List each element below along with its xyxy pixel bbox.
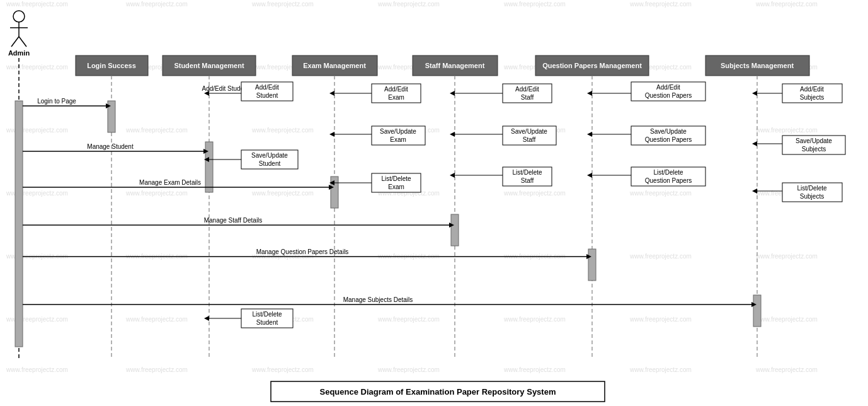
svg-text:www.freeprojectz.com: www.freeprojectz.com [503,316,566,323]
svg-marker-85 [204,91,209,96]
svg-text:www.freeprojectz.com: www.freeprojectz.com [629,316,692,323]
svg-rect-75 [108,101,115,132]
svg-text:Add/Edit: Add/Edit [515,86,539,93]
svg-rect-78 [451,214,459,246]
svg-text:Save/Update: Save/Update [796,137,832,144]
svg-text:Save/Update: Save/Update [650,128,687,135]
svg-marker-82 [106,103,111,108]
svg-text:www.freeprojectz.com: www.freeprojectz.com [125,64,188,71]
svg-text:Manage Student: Manage Student [87,143,134,150]
svg-line-52 [11,37,19,47]
svg-text:www.freeprojectz.com: www.freeprojectz.com [6,190,68,197]
svg-rect-130 [241,82,293,101]
svg-text:Save/Update: Save/Update [380,128,416,135]
svg-text:Staff: Staff [523,136,536,143]
svg-text:Question Papers Management: Question Papers Management [542,62,642,69]
svg-marker-102 [449,223,454,228]
svg-text:www.freeprojectz.com: www.freeprojectz.com [125,190,188,197]
svg-text:Student Management: Student Management [174,62,244,69]
svg-text:www.freeprojectz.com: www.freeprojectz.com [755,366,818,373]
diagram-area: www.freeprojectz.com www.freeprojectz.co… [0,0,868,406]
svg-rect-59 [163,55,256,76]
svg-rect-80 [753,295,761,327]
svg-text:Exam Management: Exam Management [303,62,366,69]
svg-text:www.freeprojectz.com: www.freeprojectz.com [629,253,692,260]
svg-text:www.freeprojectz.com: www.freeprojectz.com [755,253,818,260]
svg-text:www.freeprojectz.com: www.freeprojectz.com [629,64,692,71]
svg-rect-154 [503,167,552,186]
svg-text:www.freeprojectz.com: www.freeprojectz.com [125,1,188,8]
svg-text:Add/Edit: Add/Edit [800,86,824,93]
svg-text:www.freeprojectz.com: www.freeprojectz.com [503,1,566,8]
svg-text:Manage Subjects Details: Manage Subjects Details [343,296,413,303]
svg-text:www.freeprojectz.com: www.freeprojectz.com [629,366,692,373]
svg-rect-166 [782,84,842,103]
svg-text:www.freeprojectz.com: www.freeprojectz.com [377,127,440,134]
svg-text:Subjects Management: Subjects Management [721,62,794,69]
svg-text:List/Delete: List/Delete [252,311,282,318]
svg-text:Student: Student [256,319,278,326]
svg-text:www.freeprojectz.com: www.freeprojectz.com [377,366,440,373]
svg-text:Question Papers: Question Papers [645,92,692,99]
svg-marker-114 [587,91,592,96]
svg-text:www.freeprojectz.com: www.freeprojectz.com [755,316,818,323]
svg-text:www.freeprojectz.com: www.freeprojectz.com [251,366,314,373]
svg-rect-163 [631,167,705,186]
svg-text:www.freeprojectz.com: www.freeprojectz.com [755,127,818,134]
svg-text:Subjects: Subjects [800,94,824,101]
svg-text:www.freeprojectz.com: www.freeprojectz.com [125,316,188,323]
svg-rect-160 [631,126,705,145]
svg-rect-133 [241,150,298,169]
svg-marker-118 [587,173,592,178]
svg-marker-96 [329,91,334,96]
svg-marker-105 [450,91,455,96]
svg-text:Exam: Exam [388,94,404,101]
svg-text:www.freeprojectz.com: www.freeprojectz.com [6,127,68,134]
svg-text:www.freeprojectz.com: www.freeprojectz.com [377,64,440,71]
svg-text:List/Delete: List/Delete [512,169,542,176]
svg-text:www.freeprojectz.com: www.freeprojectz.com [251,190,314,197]
svg-text:List/Delete: List/Delete [653,169,683,176]
svg-text:Manage Exam Details: Manage Exam Details [139,179,201,186]
svg-rect-139 [372,84,421,103]
svg-text:www.freeprojectz.com: www.freeprojectz.com [377,253,440,260]
svg-text:www.freeprojectz.com: www.freeprojectz.com [125,253,188,260]
svg-text:Add/Edit: Add/Edit [656,84,680,91]
svg-text:Staff: Staff [521,177,534,184]
svg-text:Question Papers: Question Papers [645,136,692,143]
svg-rect-136 [241,309,293,328]
svg-text:www.freeprojectz.com: www.freeprojectz.com [125,127,188,134]
svg-text:Save/Update: Save/Update [251,152,288,159]
svg-text:Add/Edit: Add/Edit [255,84,279,91]
svg-text:www.freeprojectz.com: www.freeprojectz.com [251,127,314,134]
svg-text:Save/Update: Save/Update [511,128,547,135]
svg-marker-107 [450,132,455,137]
svg-text:Add/Edit Student: Add/Edit Student [202,85,249,92]
svg-marker-123 [752,91,757,96]
svg-rect-148 [503,84,552,103]
svg-text:www.freeprojectz.com: www.freeprojectz.com [503,366,566,373]
svg-text:www.freeprojectz.com: www.freeprojectz.com [503,127,566,134]
svg-marker-129 [204,316,209,321]
svg-rect-71 [705,55,809,76]
svg-text:www.freeprojectz.com: www.freeprojectz.com [503,253,566,260]
svg-marker-91 [204,157,209,162]
svg-rect-142 [372,126,425,145]
svg-rect-169 [782,136,845,154]
sequence-diagram-svg: Admin Login Success Student Management E… [0,0,868,406]
svg-marker-116 [587,132,592,137]
svg-text:www.freeprojectz.com: www.freeprojectz.com [629,190,692,197]
svg-text:www.freeprojectz.com: www.freeprojectz.com [125,366,188,373]
svg-marker-120 [751,302,757,307]
svg-rect-79 [588,249,596,281]
svg-marker-125 [752,141,757,146]
svg-text:www.freeprojectz.com: www.freeprojectz.com [251,64,314,71]
svg-text:Login to Page: Login to Page [37,98,76,105]
svg-marker-109 [450,173,455,178]
svg-text:www.freeprojectz.com: www.freeprojectz.com [6,64,68,71]
svg-text:Student: Student [256,92,278,99]
svg-line-53 [19,37,26,47]
svg-rect-62 [292,55,377,76]
svg-text:www.freeprojectz.com: www.freeprojectz.com [377,316,440,323]
svg-rect-157 [631,82,705,101]
